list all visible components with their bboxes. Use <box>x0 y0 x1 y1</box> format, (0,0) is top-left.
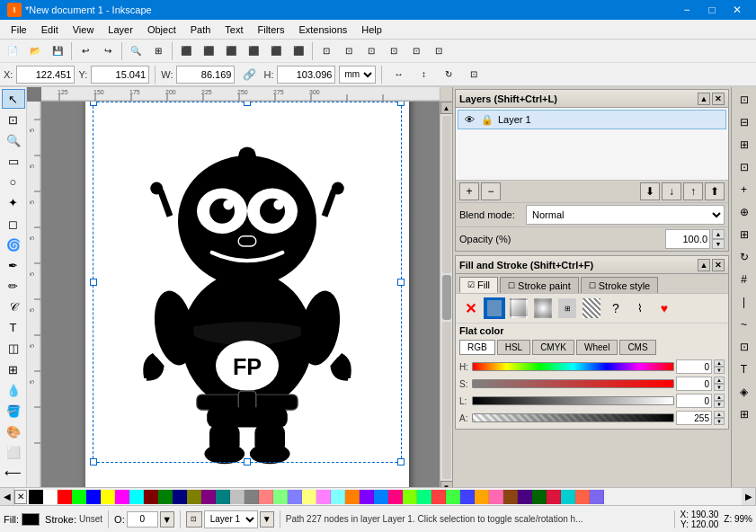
snap-mid-btn[interactable]: + <box>734 179 755 200</box>
remove-layer-btn[interactable]: − <box>481 182 501 200</box>
transform-btn-1[interactable]: ↔ <box>387 65 409 84</box>
l-slider-track[interactable] <box>472 396 674 405</box>
layer-to-bottom[interactable]: ⬇ <box>640 182 660 200</box>
tool-text[interactable]: T <box>2 318 25 338</box>
v-scrollbar[interactable]: ▲ ▼ <box>440 102 452 493</box>
tool-connector[interactable]: ⟵ <box>2 464 25 483</box>
a-slider-track[interactable] <box>472 413 674 422</box>
a-spin-down[interactable]: ▼ <box>714 418 725 425</box>
tb-align-right[interactable]: ⬛ <box>220 41 242 61</box>
tb-snap-6[interactable]: ⊡ <box>428 41 449 61</box>
tool-zoom[interactable]: 🔍 <box>2 130 25 150</box>
tool-circle[interactable]: ○ <box>2 173 25 192</box>
tool-node[interactable]: ⊡ <box>2 110 25 129</box>
tool-paint-bucket[interactable]: 🪣 <box>2 401 25 421</box>
handle-ml[interactable] <box>90 279 97 286</box>
layer-to-top[interactable]: ⬆ <box>705 182 725 200</box>
palette-color-18[interactable] <box>288 490 302 504</box>
snap-node-btn[interactable]: ⊞ <box>734 134 755 155</box>
palette-color-21[interactable] <box>331 490 345 504</box>
palette-color-10[interactable] <box>173 490 187 504</box>
h-slider-track[interactable] <box>472 362 674 371</box>
tool-callig[interactable]: 𝒞 <box>2 297 25 317</box>
tool-gradient[interactable]: ◫ <box>2 339 25 359</box>
color-tab-cmyk[interactable]: CMYK <box>532 340 574 355</box>
tool-mesh[interactable]: ⊞ <box>2 359 25 379</box>
layers-panel-close[interactable]: ✕ <box>712 93 725 105</box>
tb-align-center[interactable]: ⬛ <box>198 41 219 61</box>
snap-text-btn[interactable]: T <box>734 359 755 380</box>
close-button[interactable]: ✕ <box>725 0 749 20</box>
tool-select[interactable]: ↖ <box>2 89 25 109</box>
palette-color-8[interactable] <box>144 490 158 504</box>
tb-zoom-in[interactable]: 🔍 <box>125 41 147 61</box>
h-slider-input[interactable] <box>676 359 712 374</box>
transform-btn-3[interactable]: ↻ <box>438 65 459 84</box>
l-spin-down[interactable]: ▼ <box>714 401 725 408</box>
tool-pen[interactable]: ✒ <box>2 255 25 275</box>
palette-color-19[interactable] <box>302 490 316 504</box>
fill-tab[interactable]: ☑ Fill <box>459 277 498 293</box>
palette-color-11[interactable] <box>187 490 201 504</box>
menu-edit[interactable]: Edit <box>34 21 66 39</box>
opacity-up-btn[interactable]: ▲ <box>712 229 725 239</box>
palette-color-27[interactable] <box>417 490 431 504</box>
tb-align-bottom[interactable]: ⬛ <box>288 41 309 61</box>
palette-color-23[interactable] <box>360 490 374 504</box>
palette-color-5[interactable] <box>101 490 115 504</box>
fill-flat-btn[interactable] <box>484 297 505 319</box>
handle-tl[interactable] <box>90 102 97 106</box>
tb-snap-5[interactable]: ⊡ <box>405 41 427 61</box>
stroke-style-tab[interactable]: ☐ Stroke style <box>581 277 658 293</box>
tb-snap-1[interactable]: ⊡ <box>316 41 337 61</box>
menu-filters[interactable]: Filters <box>251 21 292 39</box>
h-spin-down[interactable]: ▼ <box>714 367 725 374</box>
layer-1-row[interactable]: 👁 🔒 Layer 1 <box>458 110 726 129</box>
palette-color-7[interactable] <box>129 490 144 504</box>
palette-color-4[interactable] <box>86 490 101 504</box>
coord-x-input[interactable] <box>16 66 75 84</box>
opacity-status-input[interactable] <box>127 511 158 528</box>
layer-down[interactable]: ↓ <box>662 182 681 200</box>
coord-h-input[interactable] <box>277 66 335 84</box>
layer-visibility-icon[interactable]: 👁 <box>462 112 476 127</box>
canvas-area[interactable]: 125 150 175 200 225 250 275 300 <box>27 87 452 506</box>
snap-object-btn[interactable]: ⊞ <box>734 224 755 245</box>
fill-unknown-btn[interactable]: ? <box>605 297 627 319</box>
handle-tm[interactable] <box>244 102 251 106</box>
transform-btn-2[interactable]: ↕ <box>413 65 434 84</box>
layer-icon[interactable]: ⊡ <box>186 511 202 528</box>
snap-path-btn[interactable]: ⊡ <box>734 156 755 178</box>
add-layer-btn[interactable]: + <box>459 182 479 200</box>
palette-color-35[interactable] <box>532 490 547 504</box>
layer-selector[interactable]: Layer 1 <box>204 510 258 528</box>
tb-snap-3[interactable]: ⊡ <box>360 41 382 61</box>
tool-pencil[interactable]: ✏ <box>2 276 25 296</box>
snap-smooth-btn[interactable]: ~ <box>734 314 755 335</box>
tool-spray[interactable]: 🎨 <box>2 422 25 442</box>
handle-tr[interactable] <box>397 102 405 106</box>
palette-color-31[interactable] <box>475 490 489 504</box>
snap-page-btn[interactable]: ⊟ <box>734 111 755 133</box>
tb-undo[interactable]: ↩ <box>75 41 96 61</box>
palette-color-13[interactable] <box>216 490 230 504</box>
palette-color-0[interactable] <box>29 490 43 504</box>
palette-color-17[interactable] <box>273 490 288 504</box>
tb-zoom-fit[interactable]: ⊞ <box>147 41 169 61</box>
s-spin-up[interactable]: ▲ <box>714 377 725 384</box>
palette-color-6[interactable] <box>115 490 129 504</box>
coord-w-input[interactable] <box>176 66 235 84</box>
color-tab-wheel[interactable]: Wheel <box>576 340 618 355</box>
palette-color-25[interactable] <box>388 490 403 504</box>
tool-rect[interactable]: ▭ <box>2 151 25 171</box>
tb-redo[interactable]: ↪ <box>97 41 119 61</box>
tb-snap-2[interactable]: ⊡ <box>338 41 360 61</box>
fill-marker-btn[interactable]: ♥ <box>654 297 675 319</box>
palette-color-12[interactable] <box>201 490 216 504</box>
handle-bl[interactable] <box>90 458 97 466</box>
palette-color-22[interactable] <box>345 490 360 504</box>
snap-guide-btn[interactable]: | <box>734 291 755 313</box>
canvas-content[interactable]: FP <box>41 102 452 492</box>
opacity-input[interactable] <box>665 229 710 249</box>
color-tab-cms[interactable]: CMS <box>619 340 655 355</box>
